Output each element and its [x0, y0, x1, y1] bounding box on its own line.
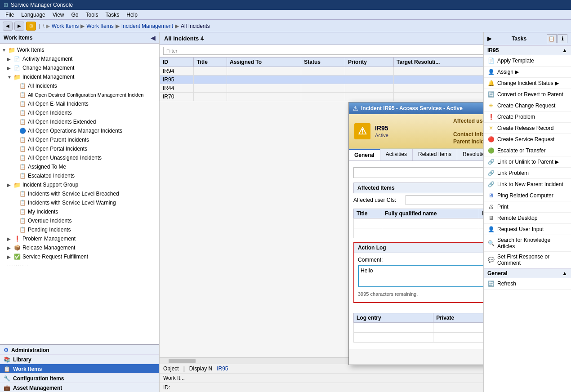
affected-items-header[interactable]: Affected Items ▲ [353, 183, 571, 193]
incidents-table: ID Title Assigned To Status Priority Tar… [160, 57, 571, 101]
sidebar-item-service-request[interactable]: ▶ ✅ Service Request Fulfillment [0, 252, 159, 261]
menu-language[interactable]: Language [18, 11, 49, 19]
table-row[interactable]: IR70 [160, 93, 571, 101]
expand-icon: ▶ [7, 245, 13, 250]
nav-back-button[interactable]: ◀ [3, 22, 13, 31]
sidebar-section-asset-mgmt[interactable]: 💼 Asset Management [0, 383, 159, 392]
action-log-body: Comment: Private Hello 3995 characters r… [354, 253, 571, 302]
tab-related-items[interactable]: Related Items [413, 149, 457, 160]
sidebar-item-workitems-root[interactable]: ▼ 📁 Work Items [0, 45, 159, 54]
sidebar-item-problem-mgmt[interactable]: ▶ ❗ Problem Management [0, 234, 159, 243]
sidebar-item-all-incidents[interactable]: 📋 All Incidents [0, 81, 159, 90]
menu-go[interactable]: Go [68, 11, 82, 19]
table-row[interactable]: IR44 [160, 84, 571, 93]
cell-title [194, 76, 227, 84]
sidebar-item-activity-mgmt[interactable]: ▶ 📄 Activity Management [0, 54, 159, 63]
menu-view[interactable]: View [49, 11, 68, 19]
parent-incident-label: Parent incident [453, 138, 492, 145]
sidebar: Work Items ◀ ▼ 📁 Work Items ▶ 📄 Activity… [0, 32, 160, 392]
table-header-row: Title Fully qualified name Last modified… [354, 209, 571, 218]
cell-affected [491, 93, 571, 101]
tab-general[interactable]: General [349, 149, 380, 160]
tab-activities[interactable]: Activities [380, 149, 413, 160]
cell-affected [491, 84, 571, 93]
sidebar-item-all-open-incidents[interactable]: 📋 All Open Incidents [0, 108, 159, 117]
folder-icon: 📁 [13, 73, 21, 80]
cell-modified [479, 228, 548, 238]
sidebar-item-escalated[interactable]: 📋 Escalated Incidents [0, 171, 159, 180]
tab-history[interactable]: History [538, 149, 566, 160]
sidebar-section-workitems[interactable]: 📋 Work Items [0, 364, 159, 373]
table-row[interactable]: IR94 [160, 67, 571, 76]
sidebar-item-service-level-warning[interactable]: 📋 Incidents with Service Level Warning [0, 198, 159, 207]
breadcrumb-workitems2[interactable]: Work Items [86, 23, 113, 29]
sidebar-item-change-mgmt[interactable]: ▶ 📄 Change Management [0, 63, 159, 72]
tab-resolution[interactable]: Resolution [457, 149, 494, 160]
sidebar-section-administration[interactable]: ⚙ Administration [0, 345, 159, 354]
nav-forward-button[interactable]: ▶ [14, 22, 24, 31]
sidebar-item-dotted: .......... [0, 261, 159, 268]
affected-items-table-area: Title Fully qualified name Last modified… [353, 207, 571, 239]
ok-button[interactable]: OK [533, 352, 560, 362]
cell-assigned [227, 76, 301, 84]
breadcrumb-current: All Incidents [181, 23, 210, 29]
contact-info-value: teams [496, 131, 524, 138]
sidebar-header: Work Items ◀ [0, 32, 159, 44]
created-on-label: Created on: [527, 118, 569, 130]
sidebar-item-all-open-extended[interactable]: 📋 All Open Incidents Extended [0, 117, 159, 126]
folder-icon: 📁 [13, 181, 21, 188]
log-row [354, 333, 571, 343]
sidebar-item-unassigned-incidents[interactable]: 📋 All Open Unassigned Incidents [0, 153, 159, 162]
sidebar-item-overdue[interactable]: 📋 Overdue Incidents [0, 216, 159, 225]
sidebar-item-assigned-to-me[interactable]: 📋 Assigned To Me [0, 162, 159, 171]
cell-created-by [495, 333, 571, 343]
tab-service-level[interactable]: Service Level [494, 149, 538, 160]
cell-private [433, 333, 496, 343]
sidebar-item-ops-manager[interactable]: 🔵 All Open Operations Manager Incidents [0, 126, 159, 135]
sidebar-section-library[interactable]: 📚 Library [0, 354, 159, 364]
nav-home-button[interactable]: ⊞ [26, 22, 36, 31]
log-row [354, 323, 571, 333]
menu-file[interactable]: File [2, 11, 18, 19]
content-header: All Incidents 4 [160, 32, 571, 45]
sidebar-item-my-incidents[interactable]: 📋 My Incidents [0, 207, 159, 216]
workitems-icon: 📋 [4, 366, 10, 372]
menu-tools[interactable]: Tools [82, 11, 102, 19]
cell-id: IR70 [160, 93, 194, 101]
sidebar-collapse-button[interactable]: ◀ [151, 34, 156, 41]
sidebar-item-email-incidents[interactable]: 📋 All Open E-Mail Incidents [0, 99, 159, 108]
id-row-label: ID: [163, 384, 170, 391]
tree-label: Incident Support Group [22, 182, 78, 188]
table-row[interactable]: IR95 [160, 76, 571, 84]
list-icon: 📋 [19, 109, 26, 116]
sidebar-item-service-level-breached[interactable]: 📋 Incidents with Service Level Breached [0, 189, 159, 198]
cancel-button[interactable]: Cancel [562, 352, 571, 362]
incident-header: ⚠ IR95 Active Affected user: pa Created … [349, 114, 571, 149]
sidebar-section-config-items[interactable]: 🔧 Configuration Items [0, 373, 159, 383]
filter-input[interactable] [163, 47, 567, 55]
sidebar-title: Work Items [4, 35, 32, 41]
top-input-field[interactable] [353, 167, 571, 178]
col-status: Status [548, 209, 571, 218]
sidebar-item-release-mgmt[interactable]: ▶ 📦 Release Management [0, 243, 159, 252]
menu-help[interactable]: Help [123, 11, 141, 19]
problem-icon: ❗ [13, 235, 21, 242]
comment-textarea[interactable]: Hello [358, 265, 571, 287]
affected-cis-select[interactable] [406, 195, 571, 205]
breadcrumb-incident-mgmt[interactable]: Incident Management [121, 23, 173, 29]
sidebar-item-incident-mgmt[interactable]: ▼ 📁 Incident Management [0, 72, 159, 81]
incident-status: Active [375, 133, 449, 138]
sidebar-item-portal-incidents[interactable]: 📋 All Open Portal Incidents [0, 144, 159, 153]
sidebar-item-pending[interactable]: 📋 Pending Incidents [0, 225, 159, 234]
expand-all[interactable]: Expand all [353, 306, 571, 311]
sidebar-item-parent-incidents[interactable]: 📋 All Open Parent Incidents [0, 135, 159, 144]
menu-tasks[interactable]: Tasks [102, 11, 123, 19]
title-bar: ⊞ Service Manager Console [0, 0, 571, 10]
sidebar-item-support-group[interactable]: ▶ 📁 Incident Support Group [0, 180, 159, 189]
sidebar-item-desired-config[interactable]: 📋 All Open Desired Configuration Managem… [0, 90, 159, 99]
breadcrumb-workitems1[interactable]: Work Items [52, 23, 79, 29]
expand-icon: ▶ [7, 254, 13, 259]
action-log-header[interactable]: Action Log ▼ [354, 243, 571, 253]
expand-icon: ▶ [7, 57, 13, 62]
menu-bar: File Language View Go Tools Tasks Help [0, 10, 571, 20]
